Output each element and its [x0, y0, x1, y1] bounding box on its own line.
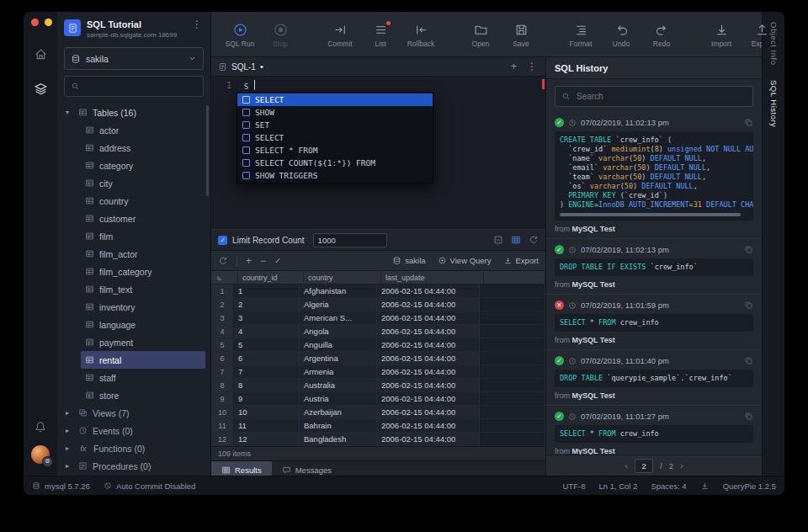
history-entry-1[interactable]: ✓07/02/2019, 11:02:13 pmDROP TABLE IF EX…: [546, 239, 762, 295]
grid-cell[interactable]: 2006-02-15 04:44:00: [377, 392, 480, 406]
tree-item-payment[interactable]: payment: [57, 333, 210, 351]
horizontal-scrollbar[interactable]: [560, 213, 741, 216]
grid-row[interactable]: 88Australia2006-02-15 04:44:00: [211, 379, 545, 392]
limit-checkbox[interactable]: ✓: [218, 236, 227, 245]
grid-cell[interactable]: 2006-02-15 04:44:00: [377, 406, 480, 419]
tree-item-city[interactable]: city: [57, 174, 210, 192]
grid-database-label[interactable]: sakila: [392, 256, 425, 265]
toolbar-button-import[interactable]: Import: [703, 21, 740, 48]
copy-icon[interactable]: [744, 356, 753, 365]
refresh-icon[interactable]: [529, 235, 539, 245]
history-sql-code[interactable]: CREATE TABLE `crew_info` ( `crew_id` med…: [555, 131, 753, 221]
apply-changes-button[interactable]: ✓: [274, 256, 281, 265]
autocomplete-item-5[interactable]: SELECT COUNT(${1:*}) FROM: [237, 157, 433, 169]
delete-row-button[interactable]: −: [260, 255, 266, 267]
toolbar-button-undo[interactable]: Undo: [603, 21, 640, 48]
view-query-button[interactable]: View Query: [438, 256, 492, 265]
tree-item-address[interactable]: address: [57, 139, 210, 157]
notifications-button[interactable]: [34, 420, 47, 434]
prev-page-button[interactable]: ‹: [625, 460, 628, 471]
tree-item-film-category[interactable]: film_category: [57, 263, 210, 280]
autocomplete-item-6[interactable]: SHOW TRIGGERS: [237, 169, 433, 182]
autocomplete-item-0[interactable]: SELECT: [237, 93, 433, 106]
grid-cell[interactable]: Bahrain: [300, 419, 377, 433]
grid-cell[interactable]: 1: [234, 285, 300, 298]
toolbar-button-open[interactable]: Open: [462, 21, 499, 48]
cursor-position[interactable]: Ln 1, Col 2: [598, 481, 637, 491]
row-number-cell[interactable]: 9: [211, 392, 234, 406]
grid-row[interactable]: 77Armenia2006-02-15 04:44:00: [211, 365, 545, 379]
grid-cell[interactable]: 3: [234, 311, 300, 325]
row-number-cell[interactable]: 4: [211, 325, 234, 338]
grid-cell[interactable]: 2006-02-15 04:44:00: [377, 419, 480, 433]
grid-cell[interactable]: 2006-02-15 04:44:00: [377, 379, 480, 392]
grid-cell[interactable]: Bangladesh: [300, 433, 377, 446]
grid-row[interactable]: 22Algeria2006-02-15 04:44:00: [211, 298, 545, 311]
toolbar-button-rollback[interactable]: Rollback: [402, 21, 439, 48]
toolbar-button-redo[interactable]: Redo: [643, 21, 680, 48]
grid-cell[interactable]: Azerbaijan: [300, 406, 377, 419]
grid-cell[interactable]: Austria: [300, 392, 377, 406]
copy-icon[interactable]: [744, 245, 753, 254]
history-entry-2[interactable]: ✕07/02/2019, 11:01:59 pmSELECT * FROM cr…: [546, 295, 762, 350]
grid-cell[interactable]: 9: [234, 392, 300, 406]
tab-sql-history[interactable]: SQL History: [769, 80, 779, 127]
databases-nav-button[interactable]: [34, 82, 48, 96]
tree-item-actor[interactable]: actor: [57, 121, 210, 139]
grid-column-header-last-update[interactable]: last_update: [381, 271, 484, 284]
user-avatar[interactable]: ⚙: [31, 445, 50, 464]
close-window-button[interactable]: [31, 19, 39, 26]
grid-row[interactable]: 99Austria2006-02-15 04:44:00: [211, 392, 545, 406]
grid-cell[interactable]: Argentina: [300, 352, 377, 365]
autocomplete-item-1[interactable]: SHOW: [237, 106, 433, 119]
tree-group-tables-16[interactable]: ▾Tables (16): [57, 104, 210, 121]
grid-cell[interactable]: 11: [234, 419, 300, 433]
grid-cell[interactable]: 2006-02-15 04:44:00: [377, 285, 480, 298]
home-nav-button[interactable]: [34, 47, 48, 61]
history-entry-4[interactable]: ✓07/02/2019, 11:01:27 pmSELECT * FROM cr…: [546, 406, 762, 455]
grid-cell[interactable]: 2006-02-15 04:44:00: [377, 365, 480, 379]
database-selector[interactable]: sakila: [64, 47, 204, 70]
grid-cell[interactable]: 2006-02-15 04:44:00: [377, 325, 480, 338]
grid-cell[interactable]: 6: [234, 352, 300, 365]
grid-cell[interactable]: 2006-02-15 04:44:00: [377, 433, 480, 446]
connection-menu-button[interactable]: ⋮: [190, 19, 204, 29]
autocomplete-item-4[interactable]: SELECT * FROM: [237, 144, 433, 157]
row-number-cell[interactable]: 12: [211, 433, 234, 446]
grid-view-icon[interactable]: [511, 235, 521, 245]
grid-cell[interactable]: Anguilla: [300, 338, 377, 352]
tree-item-category[interactable]: category: [57, 157, 210, 174]
toolbar-button-stop[interactable]: Stop: [262, 21, 299, 48]
history-sql-code[interactable]: DROP TABLE IF EXISTS `crew_info`: [555, 258, 753, 276]
tree-group-functions-0[interactable]: ▸fxFunctions (0): [57, 439, 210, 457]
toolbar-button-format[interactable]: Format: [562, 21, 599, 48]
grid-cell[interactable]: 10: [234, 406, 300, 419]
add-row-button[interactable]: +: [246, 255, 252, 267]
toolbar-button-commit[interactable]: Commit: [322, 21, 359, 48]
grid-row[interactable]: 55Anguilla2006-02-15 04:44:00: [211, 338, 545, 352]
grid-cell[interactable]: 2006-02-15 04:44:00: [377, 338, 480, 352]
tree-item-country[interactable]: country: [57, 192, 210, 210]
tree-group-views-7[interactable]: ▸Views (7): [57, 404, 210, 422]
tree-item-film-actor[interactable]: film_actor: [57, 245, 210, 263]
new-tab-button[interactable]: +: [511, 61, 517, 72]
toolbar-button-list[interactable]: List: [362, 21, 399, 48]
tree-group-procedures-0[interactable]: ▸Procedures (0): [57, 457, 210, 475]
autocomplete-item-3[interactable]: SELECT: [237, 131, 433, 144]
row-number-cell[interactable]: 6: [211, 352, 234, 365]
grid-select-all-cell[interactable]: [211, 271, 238, 284]
toolbar-button-sql-run[interactable]: SQL Run: [221, 21, 258, 48]
row-number-cell[interactable]: 5: [211, 338, 234, 352]
copy-icon[interactable]: [744, 412, 753, 421]
export-results-button[interactable]: Export: [503, 256, 539, 265]
grid-cell[interactable]: 2: [234, 298, 300, 311]
tree-item-film-text[interactable]: film_text: [57, 280, 210, 298]
grid-row[interactable]: 66Argentina2006-02-15 04:44:00: [211, 352, 545, 365]
row-number-cell[interactable]: 1: [211, 285, 234, 298]
tab-object-info[interactable]: Object Info: [769, 22, 779, 65]
grid-cell[interactable]: 8: [234, 379, 300, 392]
tree-item-language[interactable]: language: [57, 316, 210, 333]
settings-gear-icon[interactable]: ⚙: [42, 456, 53, 467]
tree-item-rental[interactable]: rental: [81, 351, 205, 369]
tree-item-store[interactable]: store: [57, 386, 210, 404]
